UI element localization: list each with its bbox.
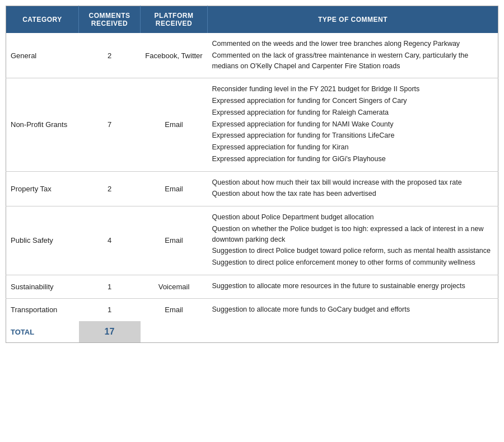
comment-line: Suggestion to direct police enforcement … — [212, 257, 494, 268]
col-comments-received: COMMENTSRECEIVED — [79, 6, 141, 34]
row-platform: Email — [141, 206, 208, 275]
row-platform: Voicemail — [141, 275, 208, 298]
comment-line: Commented on the weeds and the lower tre… — [212, 39, 494, 49]
row-comments: Reconsider funding level in the FY 2021 … — [208, 78, 498, 171]
table-row: Sustainability1VoicemailSuggestion to al… — [6, 275, 498, 298]
col-platform-received: PLATFORMRECEIVED — [141, 6, 208, 34]
comment-line: Expressed appreciation for funding for N… — [212, 119, 494, 130]
row-count: 2 — [79, 33, 141, 78]
row-comments: Commented on the weeds and the lower tre… — [208, 33, 498, 78]
comment-line: Expressed appreciation for funding for G… — [212, 154, 494, 164]
row-comments: Suggestion to allocate more resources in… — [208, 275, 498, 298]
comment-line: Question about Police Department budget … — [212, 212, 494, 223]
row-count: 7 — [79, 78, 141, 171]
table-row: Property Tax2EmailQuestion about how muc… — [6, 171, 498, 206]
comment-line: Expressed appreciation for funding for K… — [212, 142, 494, 153]
col-type-of-comment: TYPE OF COMMENT — [208, 6, 498, 34]
row-platform: Facebook, Twitter — [141, 33, 208, 78]
row-comments: Question about Police Department budget … — [208, 206, 498, 275]
row-count: 2 — [79, 171, 141, 206]
table-row: Non-Profit Grants7EmailReconsider fundin… — [6, 78, 498, 171]
table-row: General2Facebook, TwitterCommented on th… — [6, 33, 498, 78]
total-label: TOTAL — [6, 321, 79, 343]
row-count: 1 — [79, 298, 141, 321]
table-row: Transportation1EmailSuggestion to alloca… — [6, 298, 498, 321]
row-platform: Email — [141, 171, 208, 206]
row-count: 1 — [79, 275, 141, 298]
comment-line: Suggestion to allocate more funds to GoC… — [212, 304, 494, 315]
row-platform: Email — [141, 298, 208, 321]
comment-line: Expressed appreciation for funding for R… — [212, 107, 494, 118]
row-comments: Suggestion to allocate more funds to GoC… — [208, 298, 498, 321]
row-category: Sustainability — [6, 275, 79, 298]
total-value: 17 — [79, 321, 141, 343]
col-category: CATEGORY — [6, 6, 79, 34]
comment-line: Suggestion to allocate more resources in… — [212, 281, 494, 291]
comment-line: Suggestion to direct Police budget towar… — [212, 246, 494, 256]
comments-table: CATEGORY COMMENTSRECEIVED PLATFORMRECEIV… — [6, 6, 498, 343]
row-category: Non-Profit Grants — [6, 78, 79, 171]
comment-line: Question about how much their tax bill w… — [212, 177, 494, 188]
row-category: Public Safety — [6, 206, 79, 275]
table-row: Public Safety4EmailQuestion about Police… — [6, 206, 498, 275]
row-platform: Email — [141, 78, 208, 171]
row-comments: Question about how much their tax bill w… — [208, 171, 498, 206]
comment-line: Reconsider funding level in the FY 2021 … — [212, 84, 494, 95]
comment-line: Question about how the tax rate has been… — [212, 189, 494, 199]
row-category: Property Tax — [6, 171, 79, 206]
comment-line: Expressed appreciation for funding for C… — [212, 96, 494, 106]
row-category: Transportation — [6, 298, 79, 321]
comment-line: Expressed appreciation for funding for T… — [212, 130, 494, 141]
total-empty-comments — [208, 321, 498, 343]
total-empty-platform — [141, 321, 208, 343]
row-count: 4 — [79, 206, 141, 275]
comment-line: Commented on the lack of grass/tree main… — [212, 50, 494, 72]
comment-line: Question on whether the Police budget is… — [212, 224, 494, 245]
row-category: General — [6, 33, 79, 78]
